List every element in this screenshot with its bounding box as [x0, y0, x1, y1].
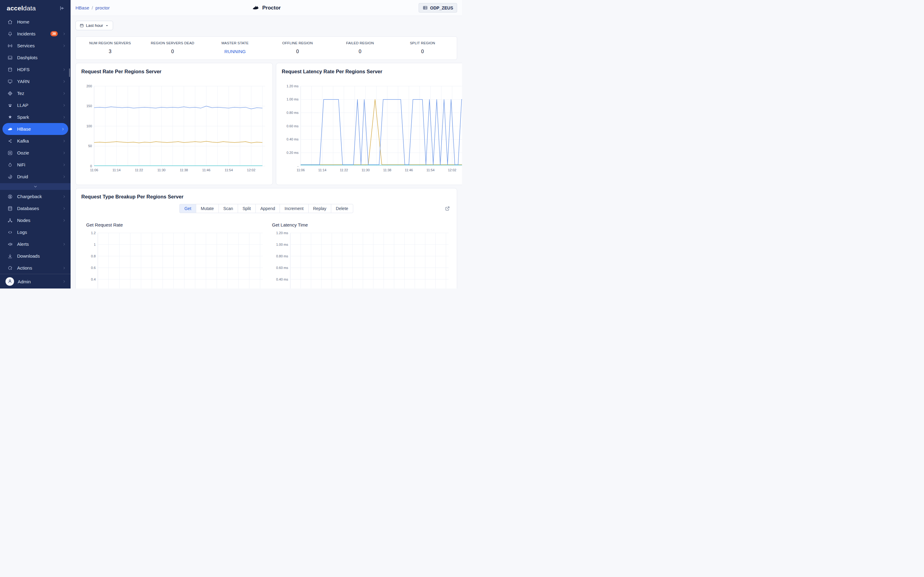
time-range-button[interactable]: Last hour	[76, 21, 113, 30]
request-latency-card: Request Latency Rate Per Regions Server …	[276, 63, 462, 185]
sidebar-expand-button[interactable]	[0, 183, 71, 190]
breadcrumb-hbase[interactable]: HBase	[76, 5, 89, 10]
sidebar-item-actions[interactable]: Actions	[0, 262, 71, 274]
tab-append[interactable]: Append	[255, 204, 280, 213]
external-link-icon[interactable]	[444, 206, 450, 211]
sidebar-item-label: Oozie	[17, 150, 58, 155]
stat-master-state: MASTER STATERUNNING	[204, 41, 267, 54]
content: Last hour NUM REGION SERVERS3REGION SERV…	[71, 16, 462, 288]
tab-scan[interactable]: Scan	[218, 204, 238, 213]
svg-text:11:06: 11:06	[297, 168, 305, 172]
sidebar-item-druid[interactable]: Druid	[0, 171, 71, 182]
tab-mutate[interactable]: Mutate	[196, 204, 219, 213]
sidebar-item-yarn[interactable]: YARN	[0, 76, 71, 87]
tabs-row: GetMutateScanSplitAppendIncrementReplayD…	[81, 204, 452, 213]
hbase-icon	[7, 126, 13, 132]
svg-text:11:22: 11:22	[340, 168, 348, 172]
svg-text:11:46: 11:46	[405, 168, 413, 172]
chevron-right-icon	[62, 218, 66, 222]
svg-text:1.00 ms: 1.00 ms	[276, 243, 288, 247]
tab-increment[interactable]: Increment	[279, 204, 308, 213]
sidebar-item-label: Spark	[17, 114, 58, 120]
svg-text:0.80 ms: 0.80 ms	[287, 111, 299, 114]
databases-icon	[7, 206, 13, 211]
chevron-right-icon	[62, 206, 66, 211]
page-title-text: Proctor	[262, 5, 281, 11]
tez-icon	[7, 91, 13, 96]
chevron-right-icon	[62, 103, 66, 108]
get-request-rate-section: Get Request Rate 00.20.40.60.811.211:061…	[81, 222, 267, 288]
sidebar-item-label: Actions	[17, 265, 58, 271]
subcharts-row: Get Request Rate 00.20.40.60.811.211:061…	[81, 222, 452, 288]
nifi-icon	[7, 162, 13, 168]
stat-value: 0	[142, 49, 204, 54]
sidebar-item-chargeback[interactable]: Chargeback	[0, 190, 71, 202]
chevron-right-icon	[62, 242, 66, 247]
filter-row: Last hour	[76, 21, 457, 30]
stat-offline-region: OFFLINE REGION0	[267, 41, 329, 54]
sidebar-item-label: HDFS	[17, 67, 58, 72]
sidebar-item-label: Databases	[17, 206, 58, 211]
sidebar-item-spark[interactable]: Spark	[0, 111, 71, 123]
sidebar-item-admin[interactable]: Admin	[0, 274, 71, 288]
sidebar-item-label: YARN	[17, 79, 58, 84]
request-type-tabs: GetMutateScanSplitAppendIncrementReplayD…	[179, 204, 353, 213]
svg-text:1.20 ms: 1.20 ms	[287, 84, 299, 88]
sidebar-item-kafka[interactable]: Kafka	[0, 135, 71, 147]
sidebar-item-downloads[interactable]: Downloads	[0, 250, 71, 262]
sidebar-item-home[interactable]: Home	[0, 16, 71, 28]
svg-text:0.80 ms: 0.80 ms	[276, 254, 288, 258]
oozie-icon	[7, 150, 13, 156]
sidebar-item-label: Alerts	[17, 242, 58, 247]
svg-text:0.6: 0.6	[91, 266, 95, 269]
svg-text:12:02: 12:02	[247, 168, 255, 172]
stat-label: FAILED REGION	[329, 41, 391, 45]
incident-count-badge: 38	[50, 31, 58, 36]
cluster-selector-button[interactable]: ODP_ZEUS	[418, 3, 457, 13]
sidebar-item-logs[interactable]: Logs	[0, 226, 71, 238]
sidebar-item-incidents[interactable]: Incidents38	[0, 28, 71, 40]
stat-value: 3	[79, 49, 142, 54]
tab-replay[interactable]: Replay	[308, 204, 331, 213]
bell-icon	[7, 31, 13, 37]
tab-delete[interactable]: Delete	[331, 204, 353, 213]
tab-get[interactable]: Get	[179, 204, 196, 213]
stat-value: 0	[329, 49, 391, 54]
request-rate-chart: 05010015020011:0611:1411:2211:3011:3811:…	[81, 82, 268, 176]
sidebar-logo-row: acceldata	[0, 0, 71, 16]
sidebar-item-hdfs[interactable]: HDFS	[0, 63, 71, 76]
stat-label: SPLIT REGION	[391, 41, 454, 45]
sidebar-item-oozie[interactable]: Oozie	[0, 147, 71, 159]
chevron-right-icon	[62, 115, 66, 119]
sidebar-scrollbar[interactable]	[69, 68, 70, 77]
sidebar-item-databases[interactable]: Databases	[0, 202, 71, 214]
sidebar-item-dashplots[interactable]: Dashplots	[0, 52, 71, 63]
sidebar-item-services[interactable]: Services	[0, 40, 71, 52]
svg-text:1.2: 1.2	[91, 231, 95, 235]
charts-row: Request Rate Per Regions Server 05010015…	[76, 63, 457, 185]
breakup-title: Request Type Breakup Per Regions Server	[81, 194, 452, 200]
stat-value: 0	[391, 49, 454, 54]
svg-text:11:54: 11:54	[426, 168, 435, 172]
sidebar-item-tez[interactable]: Tez	[0, 87, 71, 99]
sidebar-item-nifi[interactable]: NiFi	[0, 159, 71, 171]
svg-text:11:38: 11:38	[180, 168, 188, 172]
chargeback-icon	[7, 194, 13, 199]
app: { "colors": { "sidebar_bg": "#1c2a52", "…	[0, 0, 462, 288]
sidebar-item-hbase[interactable]: HBase	[2, 123, 68, 135]
svg-text:11:14: 11:14	[112, 168, 121, 172]
sidebar-item-llap[interactable]: LLAP	[0, 99, 71, 111]
get-request-rate-chart: 00.20.40.60.811.211:0611:1411:2211:3011:…	[86, 230, 267, 288]
collapse-sidebar-icon[interactable]	[59, 5, 65, 11]
chevron-right-icon	[62, 79, 66, 84]
tab-split[interactable]: Split	[238, 204, 256, 213]
chevron-right-icon	[62, 151, 66, 155]
breadcrumb-proctor[interactable]: proctor	[95, 5, 110, 10]
sidebar: acceldata HomeIncidents38ServicesDashplo…	[0, 0, 71, 288]
request-latency-chart: -0.20 ms0.40 ms0.60 ms0.80 ms1.00 ms1.20…	[281, 82, 462, 176]
svg-text:0.20 ms: 0.20 ms	[287, 151, 299, 155]
svg-text:0.40 ms: 0.40 ms	[287, 137, 299, 141]
sidebar-item-alerts[interactable]: Alerts	[0, 238, 71, 250]
sidebar-item-nodes[interactable]: Nodes	[0, 214, 71, 226]
stat-label: REGION SERVERS DEAD	[142, 41, 204, 45]
